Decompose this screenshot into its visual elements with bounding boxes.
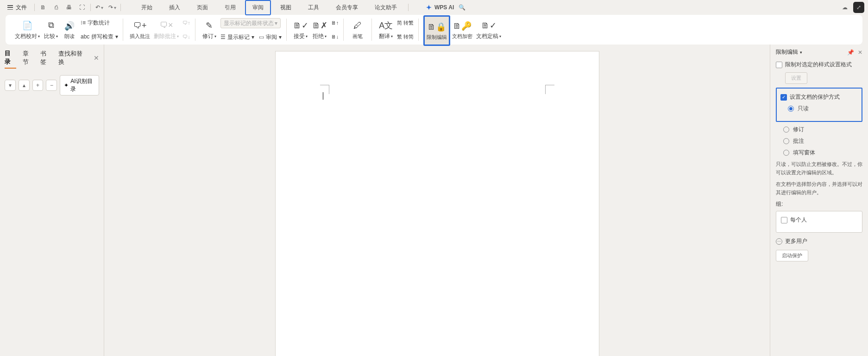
side-tab-bookmark[interactable]: 书签 bbox=[40, 48, 52, 68]
wps-ai-label: WPS AI bbox=[434, 4, 454, 11]
delete-comment-button: 🗨×删除批注▾ bbox=[152, 17, 181, 43]
next-comment-icon[interactable]: 🗨↓ bbox=[182, 34, 190, 39]
side-tab-find-replace[interactable]: 查找和替换 bbox=[58, 48, 87, 68]
expand-icon[interactable]: ⤢ bbox=[853, 2, 864, 13]
ribbon-toolbar: 📄文档校对▾ ⧉比较▾ 🔊朗读 ⁝≡字数统计 abc拼写检查▾ 🗨+插入批注 🗨… bbox=[6, 15, 862, 44]
everyone-checkbox[interactable]: 每个人 bbox=[781, 216, 857, 224]
revise-button[interactable]: ✎修订▾ bbox=[200, 17, 219, 43]
encrypt-doc-button[interactable]: 🗎🔑文档加密 bbox=[450, 17, 474, 43]
redo-button[interactable]: ↷▾ bbox=[107, 2, 118, 13]
compare-button[interactable]: ⧉比较▾ bbox=[42, 17, 60, 43]
left-panel: 目录 章节 书签 查找和替换 ✕ ▾ ▴ + − ✦ AI识别目录 bbox=[0, 44, 104, 356]
tab-thesis[interactable]: 论文助手 bbox=[367, 0, 404, 15]
tab-page[interactable]: 页面 bbox=[189, 0, 215, 15]
hamburger-icon bbox=[7, 5, 13, 10]
restrict-format-label: 限制对选定的样式设置格式 bbox=[785, 61, 852, 69]
ai-toc-label: AI识别目录 bbox=[70, 77, 95, 93]
protection-comment-radio[interactable]: 批注 bbox=[783, 137, 862, 145]
wps-ai-button[interactable]: ✦ WPS AI bbox=[426, 4, 454, 11]
pin-icon[interactable]: 📌 bbox=[847, 49, 854, 56]
insert-comment-button[interactable]: 🗨+插入批注 bbox=[128, 17, 152, 43]
undo-button[interactable]: ↶▾ bbox=[94, 2, 105, 13]
protection-revise-label: 修订 bbox=[793, 126, 804, 134]
show-marks-button[interactable]: ☰显示标记▾ bbox=[220, 33, 254, 41]
file-menu-button[interactable]: 文件 bbox=[4, 2, 31, 13]
ai-icon: ✦ bbox=[64, 82, 69, 89]
simp-to-trad-button[interactable]: 简 转繁 bbox=[397, 19, 414, 26]
review-pane-button[interactable]: ▭审阅▾ bbox=[259, 33, 282, 41]
ai-toc-button[interactable]: ✦ AI识别目录 bbox=[60, 75, 99, 95]
print-preview-icon[interactable]: ⎙ bbox=[50, 2, 62, 13]
toc-remove-button[interactable]: − bbox=[46, 80, 57, 91]
crop-mark-tr bbox=[545, 85, 554, 94]
start-protection-button[interactable]: 启动保护 bbox=[776, 250, 808, 261]
document-page[interactable] bbox=[275, 51, 599, 356]
tab-tools[interactable]: 工具 bbox=[301, 0, 327, 15]
protection-form-label: 填写窗体 bbox=[793, 149, 815, 157]
toc-collapse-button[interactable]: ▾ bbox=[5, 80, 16, 91]
group-box: 每个人 bbox=[776, 211, 862, 233]
accept-button[interactable]: 🗎✓接受▾ bbox=[291, 17, 310, 43]
tab-start[interactable]: 开始 bbox=[134, 0, 160, 15]
document-area[interactable] bbox=[104, 44, 770, 356]
word-count-button[interactable]: ⁝≡字数统计 bbox=[81, 19, 118, 27]
save-icon[interactable]: 🗎 bbox=[38, 2, 49, 13]
format-settings-button: 设置 bbox=[785, 72, 807, 84]
crop-mark-tl bbox=[320, 85, 329, 94]
tab-review[interactable]: 审阅 bbox=[245, 0, 271, 15]
set-protection-checkbox[interactable]: ✓ 设置文档的保护方式 bbox=[780, 93, 858, 101]
tab-insert[interactable]: 插入 bbox=[162, 0, 188, 15]
sparkle-icon: ✦ bbox=[426, 4, 432, 11]
finalize-doc-button[interactable]: 🗎✓文档定稿▾ bbox=[474, 17, 503, 43]
close-icon[interactable]: ✕ bbox=[858, 49, 862, 56]
protection-readonly-label: 只读 bbox=[798, 105, 809, 113]
chevron-down-icon[interactable]: ▾ bbox=[800, 50, 802, 55]
search-icon[interactable]: 🔍 bbox=[459, 4, 465, 11]
markup-display-combo[interactable]: 显示标记的最终状态▾ bbox=[220, 18, 281, 28]
tab-reference[interactable]: 引用 bbox=[217, 0, 243, 15]
protection-readonly-radio[interactable]: 只读 bbox=[788, 105, 858, 113]
next-change-icon[interactable]: 🗎↓ bbox=[331, 34, 339, 39]
right-panel-title: 限制编辑 bbox=[776, 48, 798, 56]
tab-member[interactable]: 会员专享 bbox=[328, 0, 365, 15]
more-users-button[interactable]: ⋯ 更多用户 bbox=[776, 237, 862, 245]
dots-icon: ⋯ bbox=[776, 238, 782, 245]
side-tab-chapter[interactable]: 章节 bbox=[23, 48, 34, 68]
protection-comment-label: 批注 bbox=[793, 137, 804, 145]
read-aloud-button[interactable]: 🔊朗读 bbox=[60, 17, 79, 43]
everyone-label: 每个人 bbox=[790, 216, 807, 224]
brush-button[interactable]: 🖊画笔 bbox=[348, 17, 367, 43]
protection-desc-1: 只读，可以防止文档被修改。不过，你可以设置允许编辑的区域。 bbox=[776, 160, 862, 177]
restrict-editing-button[interactable]: 🗎🔒限制编辑 bbox=[423, 15, 450, 46]
trad-to-simp-button[interactable]: 繁 转简 bbox=[397, 33, 414, 40]
more-users-label: 更多用户 bbox=[785, 237, 807, 245]
prev-change-icon[interactable]: 🗎↑ bbox=[331, 20, 339, 25]
reject-button[interactable]: 🗎✗拒绝▾ bbox=[310, 17, 329, 43]
file-menu-label: 文件 bbox=[16, 4, 27, 12]
prev-comment-icon[interactable]: 🗨↑ bbox=[182, 20, 190, 25]
toc-expand-button[interactable]: ▴ bbox=[19, 80, 30, 91]
proofread-button[interactable]: 📄文档校对▾ bbox=[13, 17, 42, 43]
group-label: 组: bbox=[776, 200, 862, 208]
protection-revise-radio[interactable]: 修订 bbox=[783, 126, 862, 134]
side-tab-toc[interactable]: 目录 bbox=[5, 47, 16, 69]
translate-button[interactable]: A文翻译▾ bbox=[377, 17, 395, 43]
print-icon[interactable]: 🖶 bbox=[63, 2, 75, 13]
set-protection-label: 设置文档的保护方式 bbox=[790, 93, 840, 101]
side-panel-close-icon[interactable]: ✕ bbox=[94, 54, 99, 62]
protection-desc-2: 在文档中选择部分内容，并选择可以对其进行编辑的用户。 bbox=[776, 180, 862, 197]
cloud-icon[interactable]: ☁ bbox=[839, 2, 850, 13]
text-cursor bbox=[323, 92, 323, 100]
toc-add-button[interactable]: + bbox=[32, 80, 44, 91]
restrict-format-checkbox[interactable]: 限制对选定的样式设置格式 bbox=[776, 61, 862, 69]
spell-check-button[interactable]: abc拼写检查▾ bbox=[81, 33, 118, 41]
restrict-editing-panel: 限制编辑 ▾ 📌 ✕ 限制对选定的样式设置格式 设置 ✓ 设置文档的保护方式 bbox=[770, 44, 868, 356]
zoom-icon[interactable]: ⛶ bbox=[76, 2, 88, 13]
protection-form-radio[interactable]: 填写窗体 bbox=[783, 149, 862, 157]
tab-view[interactable]: 视图 bbox=[273, 0, 299, 15]
